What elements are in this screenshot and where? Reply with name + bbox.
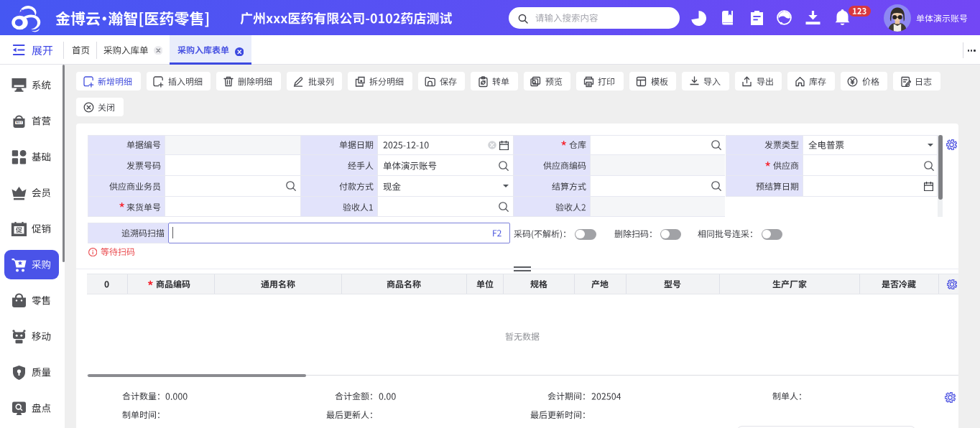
svg-text:NO.1: NO.1	[16, 121, 22, 124]
